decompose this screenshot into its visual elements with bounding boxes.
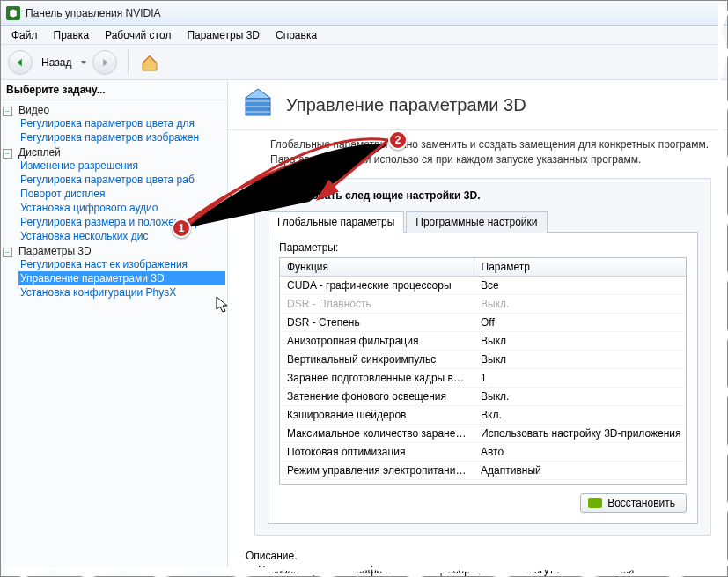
param-row[interactable]: Анизотропная фильтрацияВыкл (280, 331, 687, 350)
tree-item[interactable]: Установка цифрового аудио (18, 201, 225, 215)
param-row[interactable]: CUDA - графические процессорыВсе (280, 276, 687, 294)
params-table-wrapper[interactable]: Функция Параметр CUDA - графические проц… (279, 257, 687, 485)
param-function-cell: Кэширование шейдеров (280, 405, 474, 424)
settings-heading: Использовать след ющие настройки 3D. (268, 189, 698, 202)
toolbar-separator (128, 50, 129, 75)
nav-forward-button[interactable] (92, 50, 117, 75)
param-row[interactable]: Потоковая оптимизацияАвто (280, 442, 687, 461)
col-parameter[interactable]: Параметр (474, 258, 687, 277)
col-function[interactable]: Функция (280, 258, 474, 277)
tree-toggle-icon[interactable]: − (3, 248, 12, 257)
param-row[interactable]: Максимальное количество заранее под...Ис… (280, 424, 687, 442)
param-value-cell: Вкл. (474, 405, 687, 424)
param-function-cell: Заранее подготовленные кадры вирту... (280, 368, 474, 387)
tree-group-video: − Видео Регулировка параметров цвета для… (3, 104, 225, 144)
page-description: Глобальные параметры 3 жно заменить и со… (228, 130, 727, 173)
nvidia-control-panel-window: Панель управления NVIDIA Файл Правка Раб… (0, 0, 728, 577)
tab-program[interactable]: Программные настройки (406, 211, 547, 233)
param-function-cell: DSR - Плавность (280, 294, 474, 313)
tree-item[interactable]: Изменение разрешения (18, 159, 225, 173)
params-table: Функция Параметр CUDA - графические проц… (280, 258, 687, 485)
param-row[interactable]: Заранее подготовленные кадры вирту...1 (280, 368, 687, 387)
settings-group: Использовать след ющие настройки 3D. Гло… (254, 178, 711, 536)
page-header-icon (240, 87, 276, 122)
param-function-cell: Вертикальный синхроимпульс (280, 350, 474, 368)
tree-item[interactable]: Регулировка параметров цвета раб (18, 173, 225, 187)
window-title: Панель управления NVIDIA (26, 7, 161, 19)
page-title: Управление параметрами 3D (286, 95, 526, 115)
param-function-cell: Затенение фонового освещения (280, 387, 474, 405)
param-row[interactable]: Затенение фонового освещенияВыкл. (280, 387, 687, 405)
tree-item-manage-3d[interactable]: Управление параметрами 3D (18, 271, 225, 285)
tree-toggle-icon[interactable]: − (3, 107, 12, 116)
tree-item[interactable]: Регулировка параметров цвета для (18, 116, 225, 130)
param-function-cell: CUDA - графические процессоры (280, 276, 474, 294)
param-value-cell: Off (474, 313, 687, 331)
tree-item[interactable]: Регулировка размера и положения р (18, 215, 225, 229)
tree-group-3d: − Параметры 3D Регулировка наст ек изобр… (3, 245, 225, 300)
param-function-cell: Режим управления электропитанием (280, 461, 474, 479)
tree-item[interactable]: Регулировка наст ек изображения (18, 257, 225, 271)
sidebar-heading: Выберите задачу... (1, 80, 227, 100)
tree-item[interactable]: Поворот дисплея (18, 187, 225, 201)
body: Выберите задачу... − Видео Регулировка п… (1, 80, 727, 576)
titlebar: Панель управления NVIDIA (1, 1, 727, 26)
param-function-cell: Анизотропная фильтрация (280, 331, 474, 350)
tree-group-label[interactable]: Параметры 3D (18, 245, 92, 257)
dropdown-icon[interactable] (80, 59, 87, 66)
param-function-cell: Максимальное количество заранее под... (280, 424, 474, 442)
tree-toggle-icon[interactable]: − (3, 149, 12, 159)
param-value-cell: 1 (474, 368, 687, 387)
param-row[interactable]: Сглаживание - FXAAВыкл (280, 479, 687, 485)
param-value-cell: Использовать настройку 3D-приложения (474, 424, 687, 442)
tree-group-display: − Дисплей Изменение разрешения Регулиров… (3, 146, 225, 243)
nvidia-chip-icon (588, 498, 602, 508)
tabs: Глобальные параметры Программные настрой… (268, 211, 698, 233)
sidebar: Выберите задачу... − Видео Регулировка п… (1, 80, 228, 576)
menu-params3d[interactable]: Параметры 3D (180, 27, 267, 43)
param-value-cell: Адаптивный (474, 461, 687, 479)
menu-edit[interactable]: Правка (47, 27, 97, 43)
param-row[interactable]: DSR - СтепеньOff (280, 313, 687, 331)
home-icon[interactable] (139, 52, 160, 73)
restore-button-label: Восстановить (607, 497, 675, 509)
param-value-cell: Выкл. (474, 294, 687, 313)
tree-group-label[interactable]: Дисплей (18, 146, 61, 159)
tab-body: Параметры: Функция Параметр CUDA - графи… (268, 233, 698, 524)
menubar: Файл Правка Рабочий стол Параметры 3D Сп… (1, 26, 727, 45)
tree-group-label[interactable]: Видео (18, 104, 49, 116)
tab-global[interactable]: Глобальные параметры (268, 211, 404, 233)
param-row[interactable]: Режим управления электропитаниемАдаптивн… (280, 461, 687, 479)
param-value-cell: Выкл (474, 350, 687, 368)
toolbar: Назад (1, 45, 727, 80)
page-header: Управление параметрами 3D (228, 80, 727, 130)
tree-item[interactable]: Установка нескольких дис (18, 229, 225, 243)
tree-item[interactable]: Регулировка параметров изображен (18, 130, 225, 144)
menu-desktop[interactable]: Рабочий стол (98, 27, 178, 43)
restore-button[interactable]: Восстановить (580, 493, 687, 513)
param-value-cell: Выкл (474, 331, 687, 350)
param-value-cell: Авто (474, 442, 687, 461)
param-function-cell: DSR - Степень (280, 313, 474, 331)
param-value-cell: Выкл (474, 479, 687, 485)
param-function-cell: Сглаживание - FXAA (280, 479, 474, 485)
nvidia-app-icon (6, 6, 20, 20)
param-row[interactable]: Кэширование шейдеровВкл. (280, 405, 687, 424)
param-function-cell: Потоковая оптимизация (280, 442, 474, 461)
params-label: Параметры: (279, 241, 687, 254)
param-row[interactable]: DSR - ПлавностьВыкл. (280, 294, 687, 313)
nav-back-label: Назад (41, 56, 71, 69)
param-value-cell: Выкл. (474, 387, 687, 405)
menu-file[interactable]: Файл (4, 27, 45, 43)
param-value-cell: Все (474, 276, 687, 294)
desc-label: Описание. (246, 550, 710, 562)
main-panel: Управление параметрами 3D Глобальные пар… (228, 80, 727, 576)
menu-help[interactable]: Справка (268, 27, 324, 43)
tree-item[interactable]: Установка конфигурации PhysX (18, 285, 225, 300)
nav-back-button[interactable] (8, 50, 33, 75)
task-tree: − Видео Регулировка параметров цвета для… (1, 100, 227, 576)
param-row[interactable]: Вертикальный синхроимпульсВыкл (280, 350, 687, 368)
